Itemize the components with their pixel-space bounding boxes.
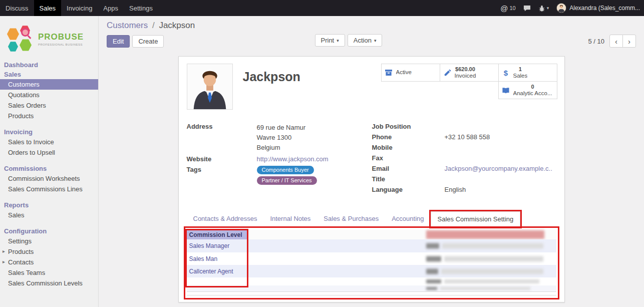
table-row-sales-man[interactable]: Sales Man xyxy=(187,252,556,265)
redacted-cell xyxy=(442,243,543,249)
tab-sales-commission-setting[interactable]: Sales Commission Setting xyxy=(431,211,521,227)
stat-label: Analytic Acco... xyxy=(513,90,552,97)
stat-label: Sales xyxy=(513,73,528,79)
sidebar: PROBUSE PROFESSIONAL BUSINESS Dashboard … xyxy=(0,16,99,307)
sidebar-item-config-contacts[interactable]: ▸ Contacts xyxy=(0,257,98,267)
table-row-empty xyxy=(187,295,556,298)
edit-button[interactable]: Edit xyxy=(107,35,130,48)
field-fax: Fax xyxy=(372,154,556,162)
fax-label: Fax xyxy=(372,154,445,162)
stat-value: $620.00 xyxy=(455,66,476,73)
caret-down-icon: ▾ xyxy=(374,38,377,43)
caret-down-icon: ▾ xyxy=(337,38,339,43)
app-menu: Discuss Sales Invoicing Apps Settings xyxy=(0,0,158,16)
control-panel: Customers / Jackpson Edit Create Print ▾… xyxy=(99,16,644,48)
stat-value: 0 xyxy=(513,84,552,90)
website-link[interactable]: http://www.jackpson.com xyxy=(257,155,372,163)
sidebar-item-sales-teams[interactable]: Sales Teams xyxy=(0,267,98,278)
book-icon xyxy=(502,87,510,94)
sales-stat-button[interactable]: $ 1 Sales xyxy=(498,64,557,82)
menu-settings[interactable]: Settings xyxy=(124,0,158,16)
tags-value: Components Buyer Partner / IT Services xyxy=(257,166,372,187)
debug-menu-button[interactable]: ▾ xyxy=(538,5,549,12)
fax-value xyxy=(445,154,556,162)
sidebar-item-customers[interactable]: Customers xyxy=(0,79,98,90)
active-stat-button[interactable]: Active xyxy=(381,64,440,82)
field-email: Email Jackpson@yourcompany.example.c.. xyxy=(372,165,556,173)
sidebar-item-sales-orders[interactable]: Sales Orders xyxy=(0,100,98,111)
dollar-icon: $ xyxy=(502,69,510,77)
messages-button[interactable] xyxy=(523,5,531,12)
tab-contacts-addresses[interactable]: Contacts & Addresses xyxy=(187,211,264,226)
sidebar-item-reports-sales[interactable]: Sales xyxy=(0,210,98,220)
tab-internal-notes[interactable]: Internal Notes xyxy=(263,211,317,226)
address-label: Address xyxy=(187,123,257,153)
sidebar-item-commission-worksheets[interactable]: Commission Worksheets xyxy=(0,173,98,184)
stat-label: Active xyxy=(396,69,412,76)
user-avatar xyxy=(556,3,566,13)
sidebar-section-configuration[interactable]: Configuration xyxy=(0,226,98,236)
table-row-callcenter-agent[interactable]: Callcenter Agent xyxy=(187,265,556,277)
user-menu[interactable]: Alexandra (Sales_comm... xyxy=(556,3,640,13)
sidebar-item-sales-commission-levels[interactable]: Sales Commission Levels xyxy=(0,278,98,288)
sidebar-item-products[interactable]: Products xyxy=(0,111,98,121)
sidebar-section-sales[interactable]: Sales xyxy=(0,70,98,79)
table-row-sales-manager[interactable]: Sales Manager xyxy=(187,239,556,252)
main-content: Customers / Jackpson Edit Create Print ▾… xyxy=(99,16,644,307)
breadcrumb-current: Jackpson xyxy=(159,21,195,30)
stat-buttons: Active $620.00 Invoiced $ xyxy=(381,64,557,99)
menu-discuss[interactable]: Discuss xyxy=(0,0,34,16)
language-label: Language xyxy=(372,186,445,194)
action-dropdown-button[interactable]: Action ▾ xyxy=(348,34,383,47)
mentions-button[interactable]: @ 10 xyxy=(500,4,515,13)
field-tags: Tags Components Buyer Partner / IT Servi… xyxy=(187,166,372,187)
sidebar-item-config-products[interactable]: ▸ Products xyxy=(0,246,98,257)
sidebar-item-sales-commissions-lines[interactable]: Sales Commissions Lines xyxy=(0,184,98,194)
breadcrumb-customers-link[interactable]: Customers xyxy=(107,21,148,30)
field-phone: Phone +32 10 588 558 xyxy=(372,133,556,141)
pager-previous-button[interactable]: ‹ xyxy=(609,35,623,48)
tab-accounting[interactable]: Accounting xyxy=(385,211,430,226)
mobile-label: Mobile xyxy=(372,144,445,152)
pencil-icon xyxy=(443,69,452,77)
redacted-header-region xyxy=(426,230,544,239)
tag-partner-it-services: Partner / IT Services xyxy=(257,176,317,185)
address-value: 69 rue de Namur Wavre 1300 Belgium xyxy=(257,123,372,153)
menu-sales[interactable]: Sales xyxy=(34,0,62,16)
tab-sales-purchases[interactable]: Sales & Purchases xyxy=(317,211,385,226)
commission-table: Commission Level Sales Manager Sales Man… xyxy=(187,230,556,299)
sidebar-section-dashboard[interactable]: Dashboard xyxy=(0,60,98,70)
breadcrumb-separator: / xyxy=(152,21,155,30)
column-header-commission-level[interactable]: Commission Level xyxy=(187,230,247,239)
cell-commission-level: Sales Man xyxy=(187,252,247,265)
sidebar-section-invoicing[interactable]: Invoicing xyxy=(0,127,98,137)
table-row-empty[interactable] xyxy=(187,277,556,285)
sidebar-section-reports[interactable]: Reports xyxy=(0,200,98,210)
sidebar-section-commissions[interactable]: Commissions xyxy=(0,164,98,173)
language-value: English xyxy=(445,186,556,194)
email-link[interactable]: Jackpson@yourcompany.example.c.. xyxy=(445,165,556,173)
print-dropdown-button[interactable]: Print ▾ xyxy=(315,34,345,47)
redacted-cell xyxy=(440,287,530,290)
redacted-cell xyxy=(426,287,437,290)
pager-next-button[interactable]: › xyxy=(622,35,636,48)
redacted-cell xyxy=(426,243,439,249)
pager-counter[interactable]: 5 / 10 xyxy=(588,38,604,45)
bug-icon xyxy=(538,5,545,12)
sidebar-item-sales-to-invoice[interactable]: Sales to Invoice xyxy=(0,137,98,147)
sidebar-item-quotations[interactable]: Quotations xyxy=(0,90,98,100)
chevron-right-icon: ▸ xyxy=(3,259,5,264)
logo-title: PROBUSE xyxy=(38,32,84,42)
invoiced-stat-button[interactable]: $620.00 Invoiced xyxy=(440,64,499,82)
caret-down-icon: ▾ xyxy=(547,6,549,11)
app-logo[interactable]: PROBUSE PROFESSIONAL BUSINESS xyxy=(0,16,98,60)
menu-invoicing[interactable]: Invoicing xyxy=(61,0,98,16)
analytic-accounts-stat-button[interactable]: 0 Analytic Acco... xyxy=(498,81,557,99)
sidebar-item-orders-to-upsell[interactable]: Orders to Upsell xyxy=(0,147,98,158)
mobile-value xyxy=(445,144,556,152)
menu-apps[interactable]: Apps xyxy=(98,0,124,16)
table-row-empty[interactable] xyxy=(187,285,556,291)
create-button[interactable]: Create xyxy=(132,35,164,48)
sidebar-item-settings[interactable]: Settings xyxy=(0,236,98,246)
record-title: Jackpson xyxy=(243,70,300,110)
